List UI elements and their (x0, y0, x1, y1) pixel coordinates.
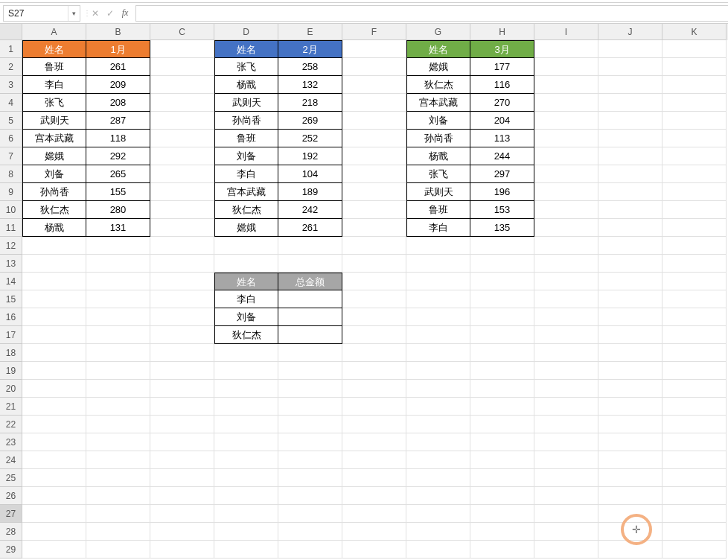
cell-K17[interactable] (662, 326, 727, 344)
cell-I13[interactable] (534, 255, 598, 273)
cell-D6[interactable]: 鲁班 (214, 130, 278, 147)
cell-H15[interactable] (470, 290, 534, 308)
cell-D18[interactable] (214, 344, 278, 362)
cell-I24[interactable] (534, 451, 598, 469)
cell-G9[interactable]: 武则天 (406, 183, 470, 201)
cell-I1[interactable] (534, 40, 598, 58)
cell-C17[interactable] (150, 326, 214, 344)
cell-F3[interactable] (342, 76, 406, 94)
cell-H27[interactable] (470, 505, 534, 523)
cell-E1[interactable]: 2月 (278, 40, 342, 58)
row-head-8[interactable]: 8 (0, 165, 22, 183)
cell-A11[interactable]: 杨戬 (22, 219, 86, 237)
cell-I5[interactable] (534, 112, 598, 130)
cell-F16[interactable] (342, 308, 406, 326)
cell-J5[interactable] (598, 112, 662, 130)
cell-C11[interactable] (150, 219, 214, 237)
cell-G29[interactable] (406, 541, 470, 559)
cell-B20[interactable] (86, 380, 150, 398)
row-head-9[interactable]: 9 (0, 183, 22, 201)
cell-A27[interactable] (22, 505, 86, 523)
cell-E26[interactable] (278, 487, 342, 505)
cell-H23[interactable] (470, 433, 534, 451)
row-head-2[interactable]: 2 (0, 58, 22, 76)
cell-B24[interactable] (86, 451, 150, 469)
row-head-13[interactable]: 13 (0, 255, 22, 273)
cell-A13[interactable] (22, 255, 86, 273)
cell-J10[interactable] (598, 201, 662, 219)
cell-E13[interactable] (278, 255, 342, 273)
cell-A10[interactable]: 狄仁杰 (22, 201, 86, 219)
cell-A16[interactable] (22, 308, 86, 326)
cell-C14[interactable] (150, 273, 214, 290)
cell-E11[interactable]: 261 (278, 219, 342, 237)
cell-H26[interactable] (470, 487, 534, 505)
cell-E25[interactable] (278, 469, 342, 487)
cell-C10[interactable] (150, 201, 214, 219)
cell-J6[interactable] (598, 130, 662, 147)
cell-E9[interactable]: 189 (278, 183, 342, 201)
cell-K6[interactable] (662, 130, 727, 147)
cell-H4[interactable]: 270 (470, 94, 534, 112)
cell-D13[interactable] (214, 255, 278, 273)
cell-D20[interactable] (214, 380, 278, 398)
cell-G10[interactable]: 鲁班 (406, 201, 470, 219)
col-head-I[interactable]: I (534, 24, 598, 40)
cell-D9[interactable]: 宫本武藏 (214, 183, 278, 201)
row-head-27[interactable]: 27 (0, 505, 22, 523)
cell-I8[interactable] (534, 165, 598, 183)
cell-H22[interactable] (470, 416, 534, 433)
col-head-G[interactable]: G (406, 24, 470, 40)
cell-C3[interactable] (150, 76, 214, 94)
cell-H16[interactable] (470, 308, 534, 326)
cell-H28[interactable] (470, 523, 534, 541)
cell-D16[interactable]: 刘备 (214, 308, 278, 326)
cell-F11[interactable] (342, 219, 406, 237)
cell-C26[interactable] (150, 487, 214, 505)
cell-G18[interactable] (406, 344, 470, 362)
cell-H24[interactable] (470, 451, 534, 469)
row-head-25[interactable]: 25 (0, 469, 22, 487)
cell-B15[interactable] (86, 290, 150, 308)
cell-K9[interactable] (662, 183, 727, 201)
row-head-7[interactable]: 7 (0, 147, 22, 165)
cell-A23[interactable] (22, 433, 86, 451)
cell-C24[interactable] (150, 451, 214, 469)
cell-E14[interactable]: 总金额 (278, 273, 342, 290)
cell-F12[interactable] (342, 237, 406, 255)
cell-J22[interactable] (598, 416, 662, 433)
cell-I4[interactable] (534, 94, 598, 112)
cell-I2[interactable] (534, 58, 598, 76)
cell-E5[interactable]: 269 (278, 112, 342, 130)
cell-F25[interactable] (342, 469, 406, 487)
cell-F8[interactable] (342, 165, 406, 183)
cell-J9[interactable] (598, 183, 662, 201)
cell-G5[interactable]: 刘备 (406, 112, 470, 130)
cell-K15[interactable] (662, 290, 727, 308)
cell-G14[interactable] (406, 273, 470, 290)
cell-I15[interactable] (534, 290, 598, 308)
cell-B19[interactable] (86, 362, 150, 380)
cell-C19[interactable] (150, 362, 214, 380)
cell-F1[interactable] (342, 40, 406, 58)
col-head-K[interactable]: K (662, 24, 727, 40)
row-head-14[interactable]: 14 (0, 273, 22, 290)
cell-H21[interactable] (470, 398, 534, 416)
cell-J23[interactable] (598, 433, 662, 451)
cell-G8[interactable]: 张飞 (406, 165, 470, 183)
cell-A24[interactable] (22, 451, 86, 469)
cell-H20[interactable] (470, 380, 534, 398)
row-head-17[interactable]: 17 (0, 326, 22, 344)
cell-D29[interactable] (214, 541, 278, 559)
cell-C12[interactable] (150, 237, 214, 255)
cell-G16[interactable] (406, 308, 470, 326)
cell-D7[interactable]: 刘备 (214, 147, 278, 165)
cell-B9[interactable]: 155 (86, 183, 150, 201)
cell-B14[interactable] (86, 273, 150, 290)
cell-E23[interactable] (278, 433, 342, 451)
row-head-26[interactable]: 26 (0, 487, 22, 505)
cell-A26[interactable] (22, 487, 86, 505)
cell-E7[interactable]: 192 (278, 147, 342, 165)
cell-G27[interactable] (406, 505, 470, 523)
cell-E8[interactable]: 104 (278, 165, 342, 183)
